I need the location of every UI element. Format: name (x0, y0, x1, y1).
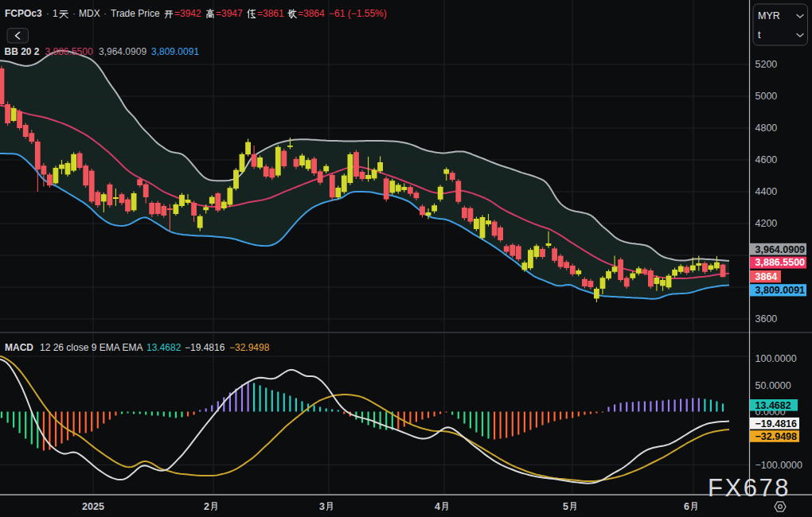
svg-text:3,964.0909: 3,964.0909 (99, 46, 146, 57)
svg-text:5200: 5200 (755, 59, 778, 70)
svg-text:3,886.5500: 3,886.5500 (45, 46, 93, 57)
svg-text:−19.4816: −19.4816 (185, 342, 225, 353)
svg-text:1: 1 (53, 8, 58, 19)
svg-text:3: 3 (319, 501, 325, 512)
svg-text:3,886.5500: 3,886.5500 (755, 257, 806, 268)
svg-text:100.0000: 100.0000 (755, 353, 797, 364)
svg-text:4200: 4200 (755, 218, 778, 229)
svg-text:Trade Price: Trade Price (111, 8, 160, 19)
svg-text:5: 5 (563, 501, 568, 512)
svg-text:3,809.0091: 3,809.0091 (755, 285, 806, 296)
svg-text:5000: 5000 (755, 91, 778, 102)
svg-text:−100.0000: −100.0000 (755, 460, 802, 471)
svg-text:2: 2 (204, 501, 209, 512)
svg-text:−32.9498: −32.9498 (755, 431, 798, 442)
svg-text:−32.9498: −32.9498 (229, 342, 270, 353)
svg-text:FCPOc3: FCPOc3 (5, 8, 42, 19)
svg-text:4: 4 (435, 501, 440, 512)
svg-text:=3947: =3947 (216, 8, 243, 19)
svg-text:·: · (72, 8, 76, 19)
svg-text:12 26 close 9 EMA EMA: 12 26 close 9 EMA EMA (40, 342, 142, 353)
svg-text:−61 (−1.55%): −61 (−1.55%) (329, 8, 387, 19)
svg-text:4800: 4800 (755, 122, 778, 134)
svg-text:3864: 3864 (755, 271, 778, 282)
svg-text:MDX: MDX (79, 8, 100, 19)
svg-text:·: · (103, 8, 107, 19)
svg-text:6: 6 (684, 501, 689, 512)
svg-text:=3942: =3942 (174, 8, 201, 19)
svg-text:MYR: MYR (758, 10, 780, 21)
svg-text:13.4682: 13.4682 (755, 400, 791, 411)
svg-text:50.0000: 50.0000 (755, 380, 791, 391)
svg-text:t: t (758, 29, 761, 41)
svg-text:BB 20 2: BB 20 2 (5, 46, 40, 57)
svg-text:3600: 3600 (755, 313, 778, 325)
svg-text:−19.4816: −19.4816 (755, 418, 798, 430)
svg-text:2025: 2025 (82, 501, 104, 512)
svg-text:3,964.0909: 3,964.0909 (755, 244, 806, 255)
svg-text:MACD: MACD (5, 342, 33, 353)
svg-text:3,809.0091: 3,809.0091 (151, 46, 199, 57)
svg-text:=3864: =3864 (298, 8, 325, 19)
svg-text:13.4682: 13.4682 (146, 342, 182, 353)
svg-text:·: · (46, 8, 49, 19)
svg-text:4400: 4400 (755, 186, 778, 197)
svg-text:4600: 4600 (755, 154, 778, 165)
svg-text:FX678: FX678 (708, 474, 791, 502)
svg-text:=3861: =3861 (257, 8, 284, 19)
